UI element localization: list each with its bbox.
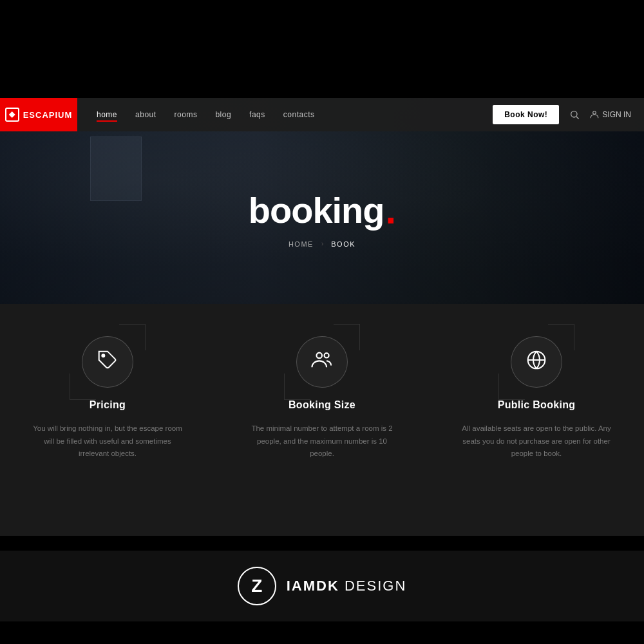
feature-desc-booking: The minimal number to attempt a room is … [245, 422, 399, 460]
search-button[interactable] [569, 109, 580, 120]
svg-point-5 [325, 353, 329, 357]
hero-title-dot: . [386, 188, 396, 232]
tag-icon [97, 350, 118, 375]
signin-button[interactable]: SIGN IN [590, 110, 631, 119]
globe-icon [526, 350, 547, 375]
features-section: Pricing You will bring nothing in, but t… [0, 304, 644, 536]
feature-public-booking: Public Booking All available seats are o… [430, 336, 644, 460]
user-icon [590, 110, 599, 119]
people-icon [311, 349, 333, 375]
svg-line-1 [576, 117, 579, 119]
feature-icon-circle-pricing [82, 336, 133, 388]
feature-icon-circle-public [511, 336, 562, 388]
breadcrumb: HOME › BOOK [289, 240, 355, 248]
logo-text: ESCAPIUM [23, 110, 73, 120]
feature-desc-pricing: You will bring nothing in, but the escap… [30, 422, 185, 460]
footer: Z IAMDK DESIGN [0, 551, 644, 621]
breadcrumb-separator: › [321, 240, 323, 247]
feature-title-booking: Booking Size [289, 399, 355, 411]
feature-title-pricing: Pricing [90, 399, 126, 411]
svg-point-3 [102, 354, 104, 357]
logo-icon [5, 108, 19, 122]
breadcrumb-home[interactable]: HOME [289, 240, 314, 248]
svg-point-2 [593, 111, 596, 115]
nav-link-contacts[interactable]: contacts [283, 110, 315, 119]
nav-link-faqs[interactable]: faqs [249, 110, 265, 119]
signin-label: SIGN IN [602, 110, 631, 119]
footer-brand-text: IAMDK DESIGN [287, 578, 407, 594]
hero-title: booking. [249, 188, 395, 232]
feature-title-public: Public Booking [498, 399, 576, 411]
nav-right: Book Now! SIGN IN [493, 105, 644, 124]
svg-point-0 [571, 111, 577, 117]
feature-icon-circle-booking [296, 336, 348, 388]
hero-content: booking. HOME › BOOK [0, 131, 644, 304]
footer-z-logo: Z [238, 567, 276, 605]
search-icon [569, 109, 580, 120]
nav-link-home[interactable]: home [97, 110, 117, 119]
navbar: ESCAPIUM home about rooms blog faqs cont… [0, 98, 644, 131]
feature-booking-size: Booking Size The minimal number to attem… [215, 336, 430, 460]
svg-point-4 [317, 352, 323, 358]
feature-desc-public: All available seats are open to the publ… [459, 422, 614, 460]
feature-pricing: Pricing You will bring nothing in, but t… [1, 336, 215, 460]
breadcrumb-book: BOOK [331, 240, 355, 248]
nav-link-rooms[interactable]: rooms [175, 110, 198, 119]
book-now-button[interactable]: Book Now! [493, 105, 559, 124]
nav-link-about[interactable]: about [135, 110, 156, 119]
site-logo[interactable]: ESCAPIUM [0, 98, 77, 131]
nav-links: home about rooms blog faqs contacts [77, 110, 493, 119]
nav-link-blog[interactable]: blog [215, 110, 231, 119]
